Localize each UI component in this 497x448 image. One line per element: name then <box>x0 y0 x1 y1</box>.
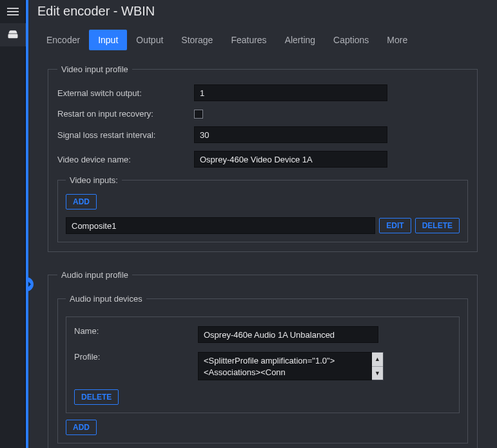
signal-loss-input[interactable] <box>194 126 387 143</box>
tab-input[interactable]: Input <box>89 30 127 50</box>
restart-recovery-checkbox[interactable] <box>194 110 203 119</box>
audio-group-title: Audio input profile <box>57 270 132 280</box>
tab-output[interactable]: Output <box>127 30 172 50</box>
tab-storage[interactable]: Storage <box>172 30 222 50</box>
page-title: Edit encoder - WBIN <box>28 0 497 24</box>
encoder-nav-button[interactable] <box>0 23 26 46</box>
video-input-profile-group: Video input profile External switch outp… <box>48 64 478 252</box>
content-area: Video input profile External switch outp… <box>28 50 497 448</box>
menu-button[interactable] <box>0 0 26 23</box>
video-input-item[interactable] <box>66 217 375 234</box>
audio-devices-title: Audio input devices <box>66 294 146 304</box>
menu-icon <box>7 8 19 15</box>
audio-device-item: Name: Profile: ▲ ▼ DELETE <box>66 317 460 413</box>
video-input-edit-button[interactable]: EDIT <box>379 218 411 233</box>
tab-more[interactable]: More <box>378 30 416 50</box>
video-input-row: EDIT DELETE <box>66 217 460 234</box>
accent-stripe <box>26 0 28 448</box>
left-rail <box>0 0 26 448</box>
signal-loss-label: Signal loss restart interval: <box>57 130 186 140</box>
audio-devices-group: Audio input devices Name: Profile: ▲ ▼ <box>57 294 468 443</box>
audio-name-label: Name: <box>74 326 190 336</box>
audio-name-input[interactable] <box>198 326 378 343</box>
tab-encoder[interactable]: Encoder <box>37 30 89 50</box>
external-switch-input[interactable] <box>194 84 387 101</box>
tab-alerting[interactable]: Alerting <box>276 30 324 50</box>
audio-profile-label: Profile: <box>74 352 190 362</box>
profile-spin-up[interactable]: ▲ <box>372 353 383 367</box>
audio-device-add-button[interactable]: ADD <box>66 420 97 435</box>
video-inputs-title: Video inputs: <box>66 175 122 185</box>
restart-recovery-label: Restart on input recovery: <box>57 109 186 119</box>
video-device-label: Video device name: <box>57 155 186 164</box>
tab-captions[interactable]: Captions <box>324 30 378 50</box>
video-device-input[interactable] <box>194 151 387 168</box>
video-input-delete-button[interactable]: DELETE <box>415 218 460 233</box>
tab-features[interactable]: Features <box>222 30 275 50</box>
audio-device-delete-button[interactable]: DELETE <box>74 389 119 405</box>
video-inputs-group: Video inputs: ADD EDIT DELETE <box>57 175 468 242</box>
tab-bar: Encoder Input Output Storage Features Al… <box>28 24 497 50</box>
video-group-title: Video input profile <box>57 64 132 74</box>
main-panel: Edit encoder - WBIN Encoder Input Output… <box>28 0 497 448</box>
disk-icon <box>7 29 19 41</box>
video-inputs-add-button[interactable]: ADD <box>66 194 97 209</box>
audio-input-profile-group: Audio input profile Audio input devices … <box>48 270 478 448</box>
audio-profile-textarea[interactable] <box>198 352 372 380</box>
external-switch-label: External switch output: <box>57 88 186 98</box>
profile-spinner: ▲ ▼ <box>372 352 384 380</box>
profile-spin-down[interactable]: ▼ <box>372 367 383 380</box>
